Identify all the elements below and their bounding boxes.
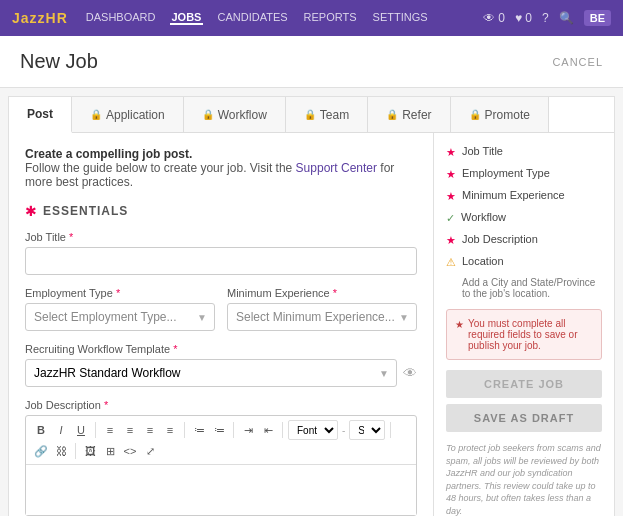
checklist-icon-location: ⚠ bbox=[446, 256, 456, 269]
cancel-button[interactable]: CANCEL bbox=[552, 56, 603, 68]
nav-dashboard[interactable]: DASHBOARD bbox=[84, 11, 158, 25]
rich-text-editor: B I U ≡ ≡ ≡ ≡ ≔ ≔ ⇥ ⇤ bbox=[25, 415, 417, 516]
nav-jobs[interactable]: JOBS bbox=[170, 11, 204, 25]
unordered-list-button[interactable]: ≔ bbox=[190, 421, 208, 439]
checklist-label-employment-type: Employment Type bbox=[462, 167, 550, 179]
bold-button[interactable]: B bbox=[32, 421, 50, 439]
toolbar-separator-4 bbox=[282, 422, 283, 438]
section-header: ✱ ESSENTIALS bbox=[25, 203, 417, 219]
lock-icon-refer: 🔒 bbox=[386, 109, 398, 120]
ordered-list-button[interactable]: ≔ bbox=[210, 421, 228, 439]
nav-settings[interactable]: SETTINGS bbox=[371, 11, 430, 25]
disclaimer-text: To protect job seekers from scams and sp… bbox=[446, 442, 602, 516]
checklist-icon-employment-type: ★ bbox=[446, 168, 456, 181]
required-star-2: * bbox=[116, 287, 120, 299]
fullscreen-button[interactable]: ⤢ bbox=[141, 442, 159, 460]
section-title: ESSENTIALS bbox=[43, 204, 128, 218]
toolbar-separator-3 bbox=[233, 422, 234, 438]
workflow-label: Recruiting Workflow Template * bbox=[25, 343, 417, 355]
tab-workflow[interactable]: 🔒 Workflow bbox=[184, 97, 286, 132]
page-header: New Job CANCEL bbox=[0, 36, 623, 88]
table-button[interactable]: ⊞ bbox=[101, 442, 119, 460]
workflow-select-wrap: JazzHR Standard Workflow ▼ bbox=[25, 359, 397, 387]
checklist-label-job-title: Job Title bbox=[462, 145, 503, 157]
form-intro: Create a compelling job post. Follow the… bbox=[25, 147, 417, 189]
intro-text: Follow the guide below to create your jo… bbox=[25, 161, 292, 175]
error-message: You must complete all required fields to… bbox=[468, 318, 593, 351]
top-navigation: JazzHR DASHBOARD JOBS CANDIDATES REPORTS… bbox=[0, 0, 623, 36]
checklist: ★ Job Title ★ Employment Type ★ Minimum … bbox=[446, 145, 602, 299]
editor-body[interactable] bbox=[26, 465, 416, 515]
link-button[interactable]: 🔗 bbox=[32, 442, 50, 460]
tab-refer-label: Refer bbox=[402, 108, 431, 122]
workflow-row: JazzHR Standard Workflow ▼ 👁 bbox=[25, 359, 417, 387]
job-title-field: Job Title * bbox=[25, 231, 417, 287]
error-text: ★ You must complete all required fields … bbox=[455, 318, 593, 351]
tab-application[interactable]: 🔒 Application bbox=[72, 97, 184, 132]
workflow-eye-icon[interactable]: 👁 bbox=[403, 365, 417, 381]
checklist-item-min-experience: ★ Minimum Experience bbox=[446, 189, 602, 203]
toolbar-separator-6 bbox=[75, 443, 76, 459]
unlink-button[interactable]: ⛓ bbox=[52, 442, 70, 460]
tab-refer[interactable]: 🔒 Refer bbox=[368, 97, 450, 132]
nav-reports[interactable]: REPORTS bbox=[302, 11, 359, 25]
align-center-button[interactable]: ≡ bbox=[121, 421, 139, 439]
tab-promote-label: Promote bbox=[485, 108, 530, 122]
toolbar-separator-2 bbox=[184, 422, 185, 438]
tab-workflow-label: Workflow bbox=[218, 108, 267, 122]
logo-hr: HR bbox=[46, 10, 68, 26]
size-select[interactable]: Size bbox=[349, 420, 385, 440]
eye-icon[interactable]: 👁 0 bbox=[483, 11, 505, 25]
min-experience-field: Minimum Experience * Select Minimum Expe… bbox=[227, 287, 417, 331]
align-right-button[interactable]: ≡ bbox=[141, 421, 159, 439]
image-button[interactable]: 🖼 bbox=[81, 442, 99, 460]
tab-promote[interactable]: 🔒 Promote bbox=[451, 97, 549, 132]
indent-button[interactable]: ⇥ bbox=[239, 421, 257, 439]
tab-team[interactable]: 🔒 Team bbox=[286, 97, 368, 132]
tab-post[interactable]: Post bbox=[9, 97, 72, 133]
user-badge[interactable]: BE bbox=[584, 10, 611, 26]
error-box: ★ You must complete all required fields … bbox=[446, 309, 602, 360]
employment-type-select-wrap: Select Employment Type... ▼ bbox=[25, 303, 215, 331]
required-star-4: * bbox=[173, 343, 177, 355]
form-left: Create a compelling job post. Follow the… bbox=[9, 133, 434, 516]
logo-jazz: Jazz bbox=[12, 10, 46, 26]
nav-right: 👁 0 ♥ 0 ? 🔍 BE bbox=[483, 10, 611, 26]
checklist-label-workflow: Workflow bbox=[461, 211, 506, 223]
lock-icon-team: 🔒 bbox=[304, 109, 316, 120]
checklist-label-min-experience: Minimum Experience bbox=[462, 189, 565, 201]
outdent-button[interactable]: ⇤ bbox=[259, 421, 277, 439]
checklist-icon-job-description: ★ bbox=[446, 234, 456, 247]
checklist-item-job-description: ★ Job Description bbox=[446, 233, 602, 247]
save-draft-button[interactable]: SAVE AS DRAFT bbox=[446, 404, 602, 432]
required-star-3: * bbox=[333, 287, 337, 299]
employment-type-select[interactable]: Select Employment Type... bbox=[25, 303, 215, 331]
tab-application-label: Application bbox=[106, 108, 165, 122]
nav-candidates[interactable]: CANDIDATES bbox=[215, 11, 289, 25]
html-button[interactable]: <> bbox=[121, 442, 139, 460]
search-icon[interactable]: 🔍 bbox=[559, 11, 574, 25]
create-job-button[interactable]: CREATE JOB bbox=[446, 370, 602, 398]
logo: JazzHR bbox=[12, 10, 68, 26]
job-title-input[interactable] bbox=[25, 247, 417, 275]
support-center-link[interactable]: Support Center bbox=[296, 161, 377, 175]
align-left-button[interactable]: ≡ bbox=[101, 421, 119, 439]
essentials-asterisk: ✱ bbox=[25, 203, 37, 219]
job-description-field: Job Description * B I U ≡ ≡ ≡ ≡ ≔ ≔ bbox=[25, 399, 417, 516]
min-experience-select[interactable]: Select Minimum Experience... bbox=[227, 303, 417, 331]
editor-toolbar: B I U ≡ ≡ ≡ ≡ ≔ ≔ ⇥ ⇤ bbox=[26, 416, 416, 465]
help-icon[interactable]: ? bbox=[542, 11, 549, 25]
checklist-label-job-description: Job Description bbox=[462, 233, 538, 245]
workflow-select[interactable]: JazzHR Standard Workflow bbox=[25, 359, 397, 387]
required-star-5: * bbox=[104, 399, 108, 411]
intro-bold: Create a compelling job post. bbox=[25, 147, 192, 161]
checklist-icon-job-title: ★ bbox=[446, 146, 456, 159]
align-justify-button[interactable]: ≡ bbox=[161, 421, 179, 439]
location-hint: Add a City and State/Province to the job… bbox=[462, 277, 602, 299]
font-select[interactable]: Font bbox=[288, 420, 338, 440]
underline-button[interactable]: U bbox=[72, 421, 90, 439]
italic-button[interactable]: I bbox=[52, 421, 70, 439]
two-col-row: Employment Type * Select Employment Type… bbox=[25, 287, 417, 331]
heart-icon[interactable]: ♥ 0 bbox=[515, 11, 532, 25]
page-title: New Job bbox=[20, 50, 98, 73]
